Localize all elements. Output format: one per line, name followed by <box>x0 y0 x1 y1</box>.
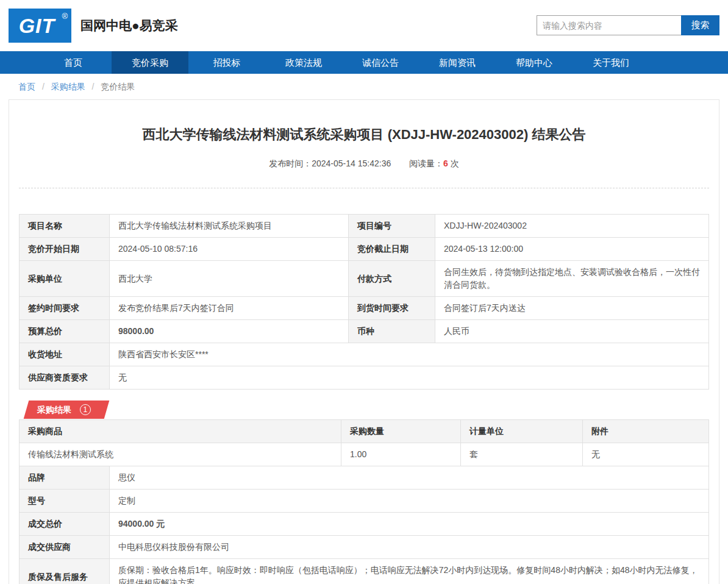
field-label: 型号 <box>20 490 110 513</box>
field-value: 2024-05-10 08:57:16 <box>110 238 349 261</box>
article-meta: 发布时间：2024-05-14 15:42:36 阅读量：6 次 <box>19 158 709 169</box>
field-value: 陕西省西安市长安区**** <box>110 343 709 366</box>
field-value: 合同签订后7天内送达 <box>435 297 709 320</box>
field-label: 收货地址 <box>20 343 110 366</box>
logo-text: GIT <box>19 14 62 37</box>
result-count-badge: 1 <box>80 404 91 415</box>
site-title: 国网中电●易竞采 <box>80 0 178 51</box>
field-value: 合同生效后，待货物到达指定地点、安装调试验收合格后，一次性付清合同货款。 <box>435 261 709 297</box>
nav-item-bidding-purchase[interactable]: 竞价采购 <box>112 51 188 74</box>
nav-item-policy[interactable]: 政策法规 <box>265 51 342 74</box>
table-row: 采购单位 西北大学 付款方式 合同生效后，待货物到达指定地点、安装调试验收合格后… <box>20 261 709 297</box>
field-value: 人民币 <box>435 320 709 343</box>
field-label: 品牌 <box>20 466 110 490</box>
nav-item-news[interactable]: 新闻资讯 <box>419 51 496 74</box>
nav-item-integrity[interactable]: 诚信公告 <box>342 51 419 74</box>
field-label: 竞价开始日期 <box>20 238 110 261</box>
table-row: 供应商资质要求 无 <box>20 366 709 390</box>
main-nav: 首页 竞价采购 招投标 政策法规 诚信公告 新闻资讯 帮助中心 关于我们 <box>0 51 728 74</box>
field-value: 西北大学 <box>110 261 349 297</box>
field-value: 2024-05-13 12:00:00 <box>435 238 709 261</box>
nav-item-about[interactable]: 关于我们 <box>573 51 649 74</box>
product-unit: 套 <box>461 443 583 466</box>
nav-item-help[interactable]: 帮助中心 <box>496 51 573 74</box>
column-header: 附件 <box>583 420 709 443</box>
field-label: 到货时间要求 <box>349 297 435 320</box>
table-row: 预算总价 98000.00 币种 人民币 <box>20 320 709 343</box>
field-label: 竞价截止日期 <box>349 238 435 261</box>
table-row: 型号 定制 <box>20 490 709 513</box>
site-logo[interactable]: GIT ® <box>9 9 71 43</box>
budget-total-value: 98000.00 <box>110 320 349 343</box>
breadcrumb: 首页 / 采购结果 / 竞价结果 <box>0 74 728 99</box>
table-row: 成交总价 94000.00 元 <box>20 513 709 536</box>
search-box: 搜索 <box>537 15 719 35</box>
result-ribbon-label: 采购结果 <box>37 405 71 415</box>
project-info-table: 项目名称 西北大学传输线法材料测试系统采购项目 项目编号 XDJJ-HW-202… <box>19 214 709 390</box>
field-label: 项目编号 <box>349 215 435 238</box>
field-label: 预算总价 <box>20 320 110 343</box>
product-attachment: 无 <box>583 443 709 466</box>
column-header: 采购数量 <box>341 420 461 443</box>
search-input[interactable] <box>537 15 681 35</box>
views-unit: 次 <box>451 158 459 168</box>
table-header-row: 采购商品 采购数量 计量单位 附件 <box>20 420 709 443</box>
nav-item-tender[interactable]: 招投标 <box>188 51 265 74</box>
field-label: 签约时间要求 <box>20 297 110 320</box>
field-value: 定制 <box>110 490 709 513</box>
page-title: 西北大学传输线法材料测试系统采购项目 (XDJJ-HW-202403002) 结… <box>19 126 709 144</box>
field-label: 供应商资质要求 <box>20 366 110 390</box>
publish-time-label: 发布时间： <box>269 158 312 168</box>
field-label: 币种 <box>349 320 435 343</box>
table-row: 竞价开始日期 2024-05-10 08:57:16 竞价截止日期 2024-0… <box>20 238 709 261</box>
field-value: XDJJ-HW-202403002 <box>435 215 709 238</box>
field-label: 项目名称 <box>20 215 110 238</box>
table-row: 项目名称 西北大学传输线法材料测试系统采购项目 项目编号 XDJJ-HW-202… <box>20 215 709 238</box>
table-row: 成交供应商 中电科思仪科技股份有限公司 <box>20 536 709 559</box>
field-label: 成交总价 <box>20 513 110 536</box>
result-section-header: 采购结果 1 <box>19 401 709 419</box>
field-label: 质保及售后服务 <box>20 559 110 584</box>
field-value: 思仪 <box>110 466 709 490</box>
search-button[interactable]: 搜索 <box>681 15 719 35</box>
views-label: 阅读量： <box>409 158 443 168</box>
table-row: 品牌 思仪 <box>20 466 709 490</box>
column-header: 计量单位 <box>461 420 583 443</box>
field-label: 采购单位 <box>20 261 110 297</box>
views-count: 6 <box>443 158 448 168</box>
product-name: 传输线法材料测试系统 <box>20 443 341 466</box>
site-header: GIT ® 国网中电●易竞采 搜索 <box>0 0 728 51</box>
table-row: 传输线法材料测试系统 1.00 套 无 <box>20 443 709 466</box>
publish-time-value: 2024-05-14 15:42:36 <box>312 158 391 168</box>
breadcrumb-home[interactable]: 首页 <box>18 82 35 91</box>
table-row: 收货地址 陕西省西安市长安区**** <box>20 343 709 366</box>
field-value: 无 <box>110 366 709 390</box>
breadcrumb-separator: / <box>42 82 45 91</box>
field-value: 中电科思仪科技股份有限公司 <box>110 536 709 559</box>
field-value: 西北大学传输线法材料测试系统采购项目 <box>110 215 349 238</box>
result-details-table: 品牌 思仪 型号 定制 成交总价 94000.00 元 成交供应商 中电科思仪科… <box>19 466 709 584</box>
breadcrumb-separator: / <box>92 82 95 91</box>
product-table: 采购商品 采购数量 计量单位 附件 传输线法材料测试系统 1.00 套 无 <box>19 419 709 466</box>
column-header: 采购商品 <box>20 420 341 443</box>
field-label: 付款方式 <box>349 261 435 297</box>
content-panel: 西北大学传输线法材料测试系统采购项目 (XDJJ-HW-202403002) 结… <box>9 99 719 584</box>
field-value: 质保期：验收合格后1年。响应时效：即时响应（包括电话响应）；电话响应无法解决72… <box>110 559 709 584</box>
breadcrumb-purchase-results[interactable]: 采购结果 <box>51 82 85 91</box>
field-label: 成交供应商 <box>20 536 110 559</box>
table-row: 签约时间要求 发布竞价结果后7天内签订合同 到货时间要求 合同签订后7天内送达 <box>20 297 709 320</box>
product-quantity: 1.00 <box>341 443 461 466</box>
breadcrumb-current: 竞价结果 <box>101 82 135 91</box>
nav-item-home[interactable]: 首页 <box>35 51 112 74</box>
field-value: 发布竞价结果后7天内签订合同 <box>110 297 349 320</box>
registered-mark-icon: ® <box>62 12 68 21</box>
table-row: 质保及售后服务 质保期：验收合格后1年。响应时效：即时响应（包括电话响应）；电话… <box>20 559 709 584</box>
dashed-divider <box>19 188 709 188</box>
result-ribbon: 采购结果 1 <box>24 401 109 419</box>
deal-total-price: 94000.00 元 <box>110 513 709 536</box>
